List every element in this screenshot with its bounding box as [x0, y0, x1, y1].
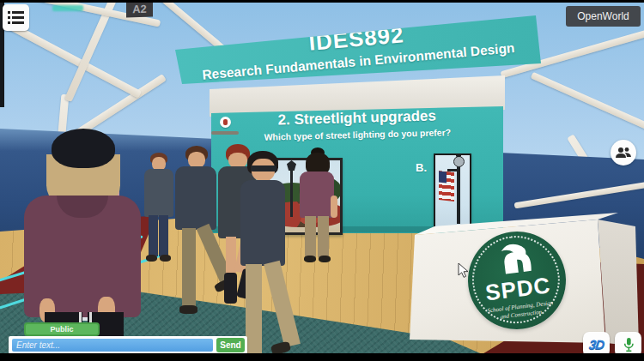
zone-sign: A2	[126, 0, 153, 18]
microphone-icon	[622, 336, 635, 353]
streetlight-photo-b	[435, 155, 470, 227]
avatar-shoe	[304, 256, 316, 262]
poll-option-b-label: B.	[416, 161, 427, 174]
lamp-cap	[456, 155, 461, 157]
lamp-post	[290, 165, 293, 217]
people-group-icon	[616, 147, 631, 159]
letterbox-bottom	[0, 353, 644, 361]
avatar-torso	[300, 171, 334, 218]
avatar-leg	[318, 216, 329, 257]
lamp-globe	[453, 156, 465, 167]
letterbox-top	[0, 0, 644, 3]
chat-input[interactable]	[12, 339, 213, 352]
avatar-shoe	[179, 305, 197, 314]
avatar-torso	[240, 180, 285, 266]
chat-send-button[interactable]: Send	[216, 338, 245, 352]
avatar-leg	[305, 216, 316, 257]
people-button[interactable]	[611, 140, 636, 165]
openworld-button[interactable]: OpenWorld	[566, 6, 641, 27]
presentation-badge-icon	[220, 117, 231, 128]
lamp-post	[457, 163, 460, 224]
flag-crossarm	[447, 169, 459, 171]
poll-option-b-picture[interactable]	[434, 153, 471, 229]
mouse-cursor	[458, 262, 469, 279]
badge-caption	[211, 131, 239, 135]
avatar-torso	[175, 166, 216, 230]
openworld-viewport: IDES892 Research Fundamentals in Environ…	[0, 0, 644, 361]
menu-button[interactable]	[3, 4, 29, 31]
avatar-arm	[331, 196, 337, 218]
avatar-shoe	[319, 256, 331, 262]
chat-bar: Send	[9, 336, 247, 354]
avatar-leg	[159, 215, 168, 256]
avatar-beanie	[52, 129, 115, 168]
avatar-leg	[246, 264, 262, 360]
avatar-boot	[224, 273, 237, 304]
avatar-leg	[182, 228, 196, 307]
spartan-helmet-icon	[492, 241, 537, 279]
flag-canton	[439, 171, 447, 184]
list-menu-icon	[8, 10, 24, 25]
distant-player-name-tag	[52, 5, 83, 11]
badge-glyph	[223, 119, 228, 125]
avatar-glasses	[251, 165, 276, 171]
chat-channel-button[interactable]: Public	[24, 322, 100, 336]
avatar-female-purple	[295, 151, 338, 264]
view-3d-label: 3D	[588, 337, 605, 352]
avatar-male-glasses	[239, 151, 287, 360]
